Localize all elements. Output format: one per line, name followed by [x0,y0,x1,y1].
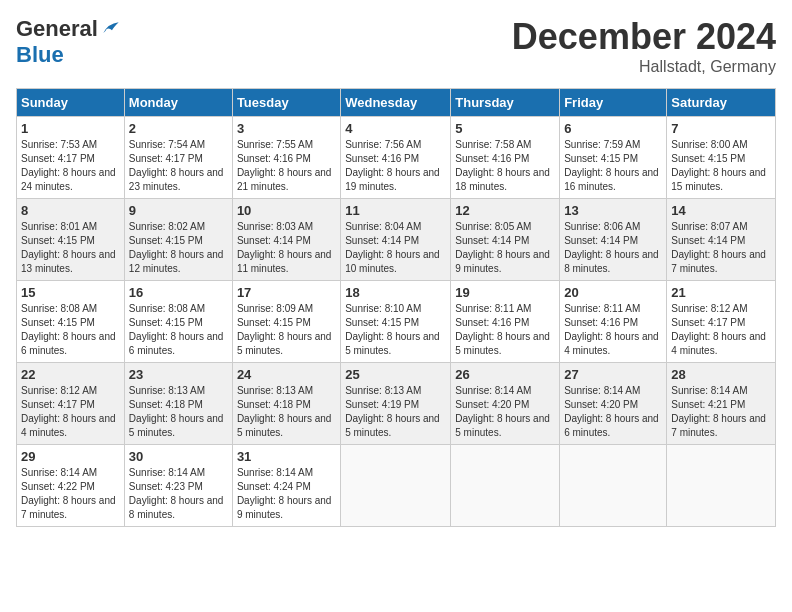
weekday-header-cell: Friday [560,89,667,117]
day-info: Sunrise: 8:11 AMSunset: 4:16 PMDaylight:… [564,302,662,358]
day-number: 20 [564,285,662,300]
day-number: 3 [237,121,336,136]
weekday-header-cell: Wednesday [341,89,451,117]
month-title: December 2024 [512,16,776,58]
title-block: December 2024 Hallstadt, Germany [512,16,776,76]
day-info: Sunrise: 8:14 AMSunset: 4:23 PMDaylight:… [129,466,228,522]
logo-bird-icon [100,19,120,39]
day-number: 2 [129,121,228,136]
day-info: Sunrise: 7:58 AMSunset: 4:16 PMDaylight:… [455,138,555,194]
day-number: 8 [21,203,120,218]
calendar-body: 1Sunrise: 7:53 AMSunset: 4:17 PMDaylight… [17,117,776,527]
day-info: Sunrise: 8:12 AMSunset: 4:17 PMDaylight:… [21,384,120,440]
weekday-header-cell: Thursday [451,89,560,117]
day-info: Sunrise: 8:13 AMSunset: 4:19 PMDaylight:… [345,384,446,440]
day-number: 4 [345,121,446,136]
day-info: Sunrise: 8:04 AMSunset: 4:14 PMDaylight:… [345,220,446,276]
day-number: 19 [455,285,555,300]
day-info: Sunrise: 8:14 AMSunset: 4:20 PMDaylight:… [455,384,555,440]
day-number: 9 [129,203,228,218]
calendar-day-cell: 28Sunrise: 8:14 AMSunset: 4:21 PMDayligh… [667,363,776,445]
calendar-day-cell: 20Sunrise: 8:11 AMSunset: 4:16 PMDayligh… [560,281,667,363]
day-number: 11 [345,203,446,218]
calendar-day-cell: 23Sunrise: 8:13 AMSunset: 4:18 PMDayligh… [124,363,232,445]
calendar-day-cell: 16Sunrise: 8:08 AMSunset: 4:15 PMDayligh… [124,281,232,363]
day-number: 21 [671,285,771,300]
weekday-header-cell: Monday [124,89,232,117]
calendar-day-cell: 21Sunrise: 8:12 AMSunset: 4:17 PMDayligh… [667,281,776,363]
day-number: 25 [345,367,446,382]
calendar-day-cell: 25Sunrise: 8:13 AMSunset: 4:19 PMDayligh… [341,363,451,445]
day-info: Sunrise: 7:55 AMSunset: 4:16 PMDaylight:… [237,138,336,194]
day-info: Sunrise: 8:14 AMSunset: 4:21 PMDaylight:… [671,384,771,440]
day-number: 23 [129,367,228,382]
calendar-day-cell: 4Sunrise: 7:56 AMSunset: 4:16 PMDaylight… [341,117,451,199]
location: Hallstadt, Germany [512,58,776,76]
calendar-day-cell: 29Sunrise: 8:14 AMSunset: 4:22 PMDayligh… [17,445,125,527]
day-number: 7 [671,121,771,136]
day-info: Sunrise: 8:02 AMSunset: 4:15 PMDaylight:… [129,220,228,276]
page-header: General Blue December 2024 Hallstadt, Ge… [16,16,776,76]
calendar-day-cell [341,445,451,527]
day-number: 28 [671,367,771,382]
day-info: Sunrise: 8:10 AMSunset: 4:15 PMDaylight:… [345,302,446,358]
calendar-week-row: 8Sunrise: 8:01 AMSunset: 4:15 PMDaylight… [17,199,776,281]
calendar-day-cell: 17Sunrise: 8:09 AMSunset: 4:15 PMDayligh… [232,281,340,363]
calendar-day-cell: 31Sunrise: 8:14 AMSunset: 4:24 PMDayligh… [232,445,340,527]
day-number: 22 [21,367,120,382]
calendar-day-cell: 9Sunrise: 8:02 AMSunset: 4:15 PMDaylight… [124,199,232,281]
calendar-day-cell: 6Sunrise: 7:59 AMSunset: 4:15 PMDaylight… [560,117,667,199]
calendar-day-cell [451,445,560,527]
day-info: Sunrise: 8:11 AMSunset: 4:16 PMDaylight:… [455,302,555,358]
calendar-table: SundayMondayTuesdayWednesdayThursdayFrid… [16,88,776,527]
calendar-day-cell: 7Sunrise: 8:00 AMSunset: 4:15 PMDaylight… [667,117,776,199]
day-number: 12 [455,203,555,218]
calendar-day-cell: 26Sunrise: 8:14 AMSunset: 4:20 PMDayligh… [451,363,560,445]
calendar-day-cell: 1Sunrise: 7:53 AMSunset: 4:17 PMDaylight… [17,117,125,199]
day-number: 29 [21,449,120,464]
day-info: Sunrise: 8:14 AMSunset: 4:24 PMDaylight:… [237,466,336,522]
calendar-week-row: 22Sunrise: 8:12 AMSunset: 4:17 PMDayligh… [17,363,776,445]
day-info: Sunrise: 8:14 AMSunset: 4:22 PMDaylight:… [21,466,120,522]
calendar-day-cell: 30Sunrise: 8:14 AMSunset: 4:23 PMDayligh… [124,445,232,527]
day-info: Sunrise: 8:09 AMSunset: 4:15 PMDaylight:… [237,302,336,358]
day-info: Sunrise: 8:05 AMSunset: 4:14 PMDaylight:… [455,220,555,276]
day-number: 27 [564,367,662,382]
calendar-day-cell: 3Sunrise: 7:55 AMSunset: 4:16 PMDaylight… [232,117,340,199]
day-info: Sunrise: 8:08 AMSunset: 4:15 PMDaylight:… [129,302,228,358]
day-info: Sunrise: 8:13 AMSunset: 4:18 PMDaylight:… [129,384,228,440]
calendar-day-cell [560,445,667,527]
day-info: Sunrise: 8:13 AMSunset: 4:18 PMDaylight:… [237,384,336,440]
day-number: 6 [564,121,662,136]
calendar-week-row: 29Sunrise: 8:14 AMSunset: 4:22 PMDayligh… [17,445,776,527]
calendar-week-row: 15Sunrise: 8:08 AMSunset: 4:15 PMDayligh… [17,281,776,363]
day-number: 30 [129,449,228,464]
day-number: 26 [455,367,555,382]
calendar-day-cell: 5Sunrise: 7:58 AMSunset: 4:16 PMDaylight… [451,117,560,199]
calendar-week-row: 1Sunrise: 7:53 AMSunset: 4:17 PMDaylight… [17,117,776,199]
day-info: Sunrise: 8:01 AMSunset: 4:15 PMDaylight:… [21,220,120,276]
day-number: 15 [21,285,120,300]
calendar-day-cell: 14Sunrise: 8:07 AMSunset: 4:14 PMDayligh… [667,199,776,281]
calendar-day-cell [667,445,776,527]
day-info: Sunrise: 8:00 AMSunset: 4:15 PMDaylight:… [671,138,771,194]
day-info: Sunrise: 7:56 AMSunset: 4:16 PMDaylight:… [345,138,446,194]
calendar-day-cell: 11Sunrise: 8:04 AMSunset: 4:14 PMDayligh… [341,199,451,281]
logo-blue-text: Blue [16,42,64,68]
logo-general-text: General [16,16,98,42]
calendar-day-cell: 8Sunrise: 8:01 AMSunset: 4:15 PMDaylight… [17,199,125,281]
weekday-header-cell: Tuesday [232,89,340,117]
day-info: Sunrise: 8:03 AMSunset: 4:14 PMDaylight:… [237,220,336,276]
day-number: 17 [237,285,336,300]
day-info: Sunrise: 8:08 AMSunset: 4:15 PMDaylight:… [21,302,120,358]
day-number: 16 [129,285,228,300]
calendar-day-cell: 18Sunrise: 8:10 AMSunset: 4:15 PMDayligh… [341,281,451,363]
day-info: Sunrise: 7:53 AMSunset: 4:17 PMDaylight:… [21,138,120,194]
calendar-day-cell: 10Sunrise: 8:03 AMSunset: 4:14 PMDayligh… [232,199,340,281]
day-number: 10 [237,203,336,218]
weekday-header-cell: Saturday [667,89,776,117]
day-number: 31 [237,449,336,464]
weekday-header-row: SundayMondayTuesdayWednesdayThursdayFrid… [17,89,776,117]
calendar-day-cell: 24Sunrise: 8:13 AMSunset: 4:18 PMDayligh… [232,363,340,445]
day-info: Sunrise: 8:12 AMSunset: 4:17 PMDaylight:… [671,302,771,358]
